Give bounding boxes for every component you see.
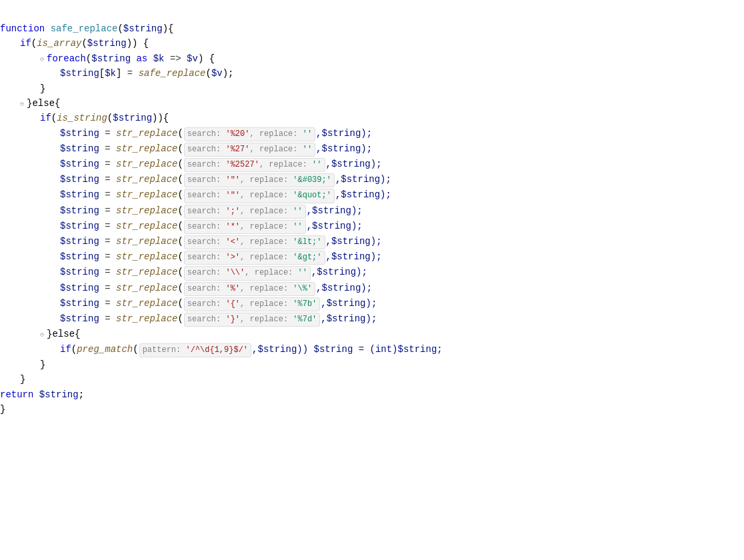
code-line-10: $string = str_replace(search: '%2527', r… [0,157,744,172]
hint-box: search: '<', replace: '&lt;' [184,235,325,249]
line-content: foreach($string as $k => $v) { [47,51,737,66]
line-content: $string[$k] = safe_replace($v); [60,66,737,81]
line-content: $string = str_replace(search: '}', repla… [60,311,737,327]
hint-box: search: '*', replace: '' [184,220,306,234]
code-line-19: $string = str_replace(search: '{', repla… [0,296,744,311]
line-content: } [40,81,737,96]
code-line-16: $string = str_replace(search: '>', repla… [0,249,744,265]
line-content: $string = str_replace(search: '>', repla… [60,249,737,265]
hint-box: search: '%27', replace: '' [184,143,315,157]
line-content: }else{ [27,96,737,111]
code-line-21: ⊖}else{ [0,327,744,341]
code-line-24: } [0,372,744,387]
line-content: $string = str_replace(search: ';', repla… [60,203,737,219]
line-content: if(preg_match(pattern: '/^\d{1,9}$/',$st… [60,342,737,357]
code-line-14: $string = str_replace(search: '*', repla… [0,219,744,234]
line-content: $string = str_replace(search: '*', repla… [60,219,737,234]
code-line-8: $string = str_replace(search: '%20', rep… [0,126,744,141]
code-body: function safe_replace($string){if(is_arr… [0,21,744,417]
code-line-1: function safe_replace($string){ [0,21,744,36]
line-content: } [0,402,737,417]
code-line-12: $string = str_replace(search: '"', repla… [0,187,744,203]
code-line-17: $string = str_replace(search: '\\', repl… [0,265,744,280]
hint-box: search: '>', replace: '&gt;' [184,251,325,265]
line-content: $string = str_replace(search: '{', repla… [60,296,737,311]
hint-box: search: '%', replace: '\%' [184,282,315,296]
code-line-25: return $string; [0,387,744,402]
code-line-6: ⊖}else{ [0,96,744,111]
line-content: $string = str_replace(search: '"', repla… [60,172,737,187]
code-line-13: $string = str_replace(search: ';', repla… [0,203,744,219]
line-content: } [20,372,737,387]
code-line-2: if(is_array($string)) { [0,36,744,51]
hint-box: search: '%20', replace: '' [184,127,315,141]
hint-box: search: '"', replace: '&#039;' [184,173,335,187]
line-content: }else{ [47,327,737,341]
code-line-18: $string = str_replace(search: '%', repla… [0,281,744,296]
code-editor: function safe_replace($string){if(is_arr… [0,0,744,560]
line-content: $string = str_replace(search: '%20', rep… [60,126,737,141]
code-line-26: } [0,402,744,417]
line-content: return $string; [0,387,737,402]
line-content: $string = str_replace(search: '\\', repl… [60,265,737,280]
hint-box-2: pattern: '/^\d{1,9}$/' [139,343,251,357]
hint-box: search: ';', replace: '' [184,205,306,219]
code-line-4: $string[$k] = safe_replace($v); [0,66,744,81]
code-line-20: $string = str_replace(search: '}', repla… [0,311,744,327]
line-content: $string = str_replace(search: '"', repla… [60,187,737,203]
line-content: $string = str_replace(search: '%27', rep… [60,141,737,157]
code-line-11: $string = str_replace(search: '"', repla… [0,172,744,187]
code-line-7: if(is_string($string)){ [0,111,744,125]
line-content: $string = str_replace(search: '%2527', r… [60,157,737,172]
line-content: $string = str_replace(search: '%', repla… [60,281,737,296]
line-content: if(is_string($string)){ [40,111,737,125]
code-line-3: ⊖foreach($string as $k => $v) { [0,51,744,66]
line-content: $string = str_replace(search: '<', repla… [60,234,737,249]
code-line-9: $string = str_replace(search: '%27', rep… [0,141,744,157]
line-content: if(is_array($string)) { [20,36,737,51]
fold-icon[interactable]: ⊖ [20,99,24,110]
comment-line [0,7,744,21]
code-line-22: if(preg_match(pattern: '/^\d{1,9}$/',$st… [0,342,744,357]
hint-box: search: '%2527', replace: '' [184,158,325,172]
code-line-15: $string = str_replace(search: '<', repla… [0,234,744,249]
code-line-23: } [0,357,744,372]
line-content: function safe_replace($string){ [0,21,737,36]
hint-box: search: '\\', replace: '' [184,266,311,280]
fold-icon[interactable]: ⊖ [40,55,44,65]
hint-box: search: '}', replace: '%7d' [184,313,320,327]
code-line-5: } [0,81,744,96]
fold-icon[interactable]: ⊖ [40,330,44,341]
hint-box: search: '{', replace: '%7b' [184,297,320,311]
line-content: } [40,357,737,372]
hint-box: search: '"', replace: '&quot;' [184,189,335,203]
